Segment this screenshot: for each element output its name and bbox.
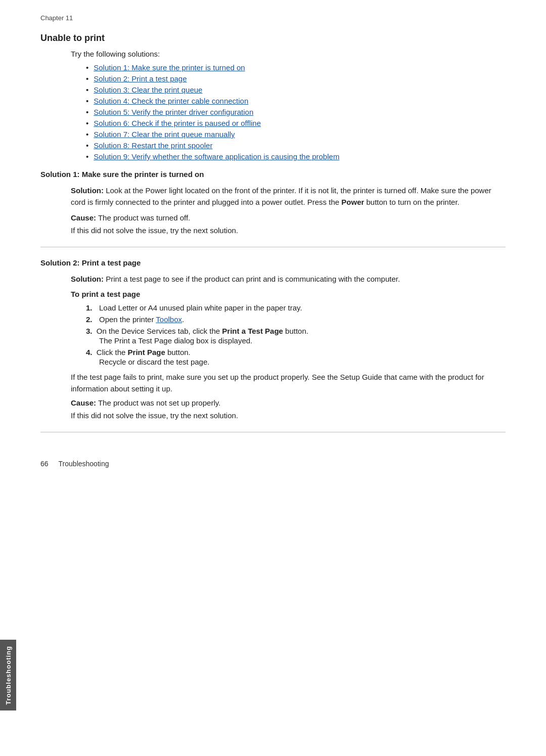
page-footer: 66 Troubleshooting (40, 460, 506, 468)
solutions-list: Solution 1: Make sure the printer is tur… (86, 63, 506, 161)
list-item: Solution 9: Verify whether the software … (86, 152, 506, 161)
solution3-link[interactable]: Solution 3: Clear the print queue (94, 85, 202, 94)
step2-num: 2. (86, 315, 99, 324)
intro-text: Try the following solutions: (71, 50, 506, 58)
step2-text: Open the printer Toolbox. (99, 315, 184, 324)
page-number: 66 (40, 460, 49, 468)
solution2-solution-label: Solution: (71, 275, 104, 283)
step3-bold: Print a Test Page (222, 327, 283, 335)
solution2-link[interactable]: Solution 2: Print a test page (94, 74, 187, 83)
solution9-link[interactable]: Solution 9: Verify whether the software … (94, 152, 339, 161)
solution2-block: Solution 2: Print a test page Solution: … (40, 258, 506, 420)
solution2-cause-text: The product was not set up properly. (96, 398, 220, 407)
step2: 2. Open the printer Toolbox. (86, 315, 506, 324)
solution1-if-not-solved: If this did not solve the issue, try the… (71, 226, 506, 235)
solution2-para1: If the test page fails to print, make su… (71, 371, 506, 395)
chapter-label: Chapter 11 (40, 14, 506, 22)
solution2-if-not-solved: If this did not solve the issue, try the… (71, 411, 506, 420)
step4-bold: Print Page (128, 348, 165, 357)
list-item: Solution 8: Restart the print spooler (86, 141, 506, 150)
footer-label: Troubleshooting (59, 460, 109, 468)
solution1-heading: Solution 1: Make sure the printer is tur… (40, 170, 506, 179)
solution1-cause-text: The product was turned off. (96, 213, 190, 222)
step3-num: 3. (86, 327, 97, 335)
step4-sub: Recycle or discard the test page. (99, 358, 209, 366)
sidebar-tab-label: Troubleshooting (5, 646, 12, 705)
divider1 (40, 247, 506, 247)
step4: 4. Click the Print Page button. Recycle … (86, 348, 506, 366)
divider2 (40, 432, 506, 432)
solution1-link[interactable]: Solution 1: Make sure the printer is tur… (94, 63, 245, 72)
list-item: Solution 4: Check the printer cable conn… (86, 97, 506, 105)
list-item: Solution 1: Make sure the printer is tur… (86, 63, 506, 72)
solution1-bold: Power (341, 198, 364, 206)
list-item: Solution 2: Print a test page (86, 74, 506, 83)
section-title: Unable to print (40, 33, 506, 43)
solution6-link[interactable]: Solution 6: Check if the printer is paus… (94, 119, 261, 127)
step3-sub: The Print a Test Page dialog box is disp… (99, 336, 308, 345)
solution2-text: Print a test page to see if the product … (104, 275, 400, 283)
step1: 1. Load Letter or A4 unused plain white … (86, 303, 506, 312)
solution2-cause-label: Cause: (71, 398, 96, 407)
solution1-cause: Cause: The product was turned off. (71, 213, 506, 222)
solution4-link[interactable]: Solution 4: Check the printer cable conn… (94, 97, 248, 105)
solution1-solution-label: Solution: (71, 186, 104, 195)
solution5-link[interactable]: Solution 5: Verify the printer driver co… (94, 108, 253, 116)
list-item: Solution 5: Verify the printer driver co… (86, 108, 506, 116)
list-item: Solution 6: Check if the printer is paus… (86, 119, 506, 127)
solution1-block: Solution 1: Make sure the printer is tur… (40, 170, 506, 235)
step4-text: Click the Print Page button. (97, 348, 191, 357)
solution7-link[interactable]: Solution 7: Clear the print queue manual… (94, 130, 235, 139)
list-item: Solution 7: Clear the print queue manual… (86, 130, 506, 139)
solution2-body: Solution: Print a test page to see if th… (71, 273, 506, 285)
solution1-text2: button to turn on the printer. (364, 198, 459, 206)
list-item: Solution 3: Clear the print queue (86, 85, 506, 94)
step4-num: 4. (86, 348, 97, 357)
page-wrapper: Chapter 11 Unable to print Try the follo… (0, 0, 546, 484)
step3: 3. On the Device Services tab, click the… (86, 327, 506, 345)
solution2-cause: Cause: The product was not set up proper… (71, 398, 506, 407)
solution2-heading: Solution 2: Print a test page (40, 258, 506, 267)
toolbox-link[interactable]: Toolbox (156, 315, 182, 324)
solution8-link[interactable]: Solution 8: Restart the print spooler (94, 141, 212, 150)
solution1-cause-label: Cause: (71, 213, 96, 222)
step3-text: On the Device Services tab, click the Pr… (97, 327, 308, 335)
sidebar-tab: Troubleshooting (0, 640, 16, 710)
solution2-steps: 1. Load Letter or A4 unused plain white … (86, 303, 506, 366)
solution1-body: Solution: Look at the Power light locate… (71, 185, 506, 208)
step1-text: Load Letter or A4 unused plain white pap… (99, 303, 302, 312)
step1-num: 1. (86, 303, 99, 312)
solution2-subheading: To print a test page (71, 290, 506, 298)
